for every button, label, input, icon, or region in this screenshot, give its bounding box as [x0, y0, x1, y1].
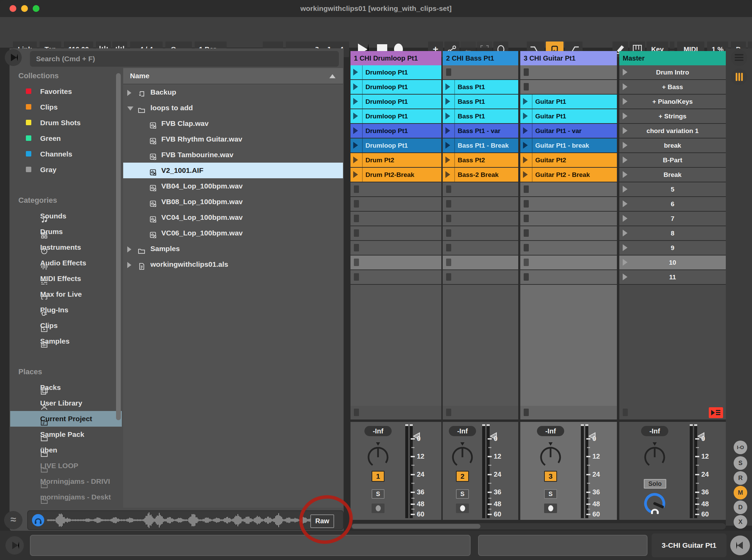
expand-arrow-icon[interactable]	[127, 90, 131, 96]
empty-clip-slot[interactable]	[350, 270, 441, 284]
empty-clip-slot[interactable]	[520, 256, 617, 269]
back-to-arrangement-button[interactable]	[709, 407, 723, 418]
sidebar-item-clips[interactable]: Clips	[10, 318, 122, 333]
clip-play-icon[interactable]	[523, 171, 528, 178]
clip-slot[interactable]: Bass Pt1	[443, 109, 518, 123]
clip-slot[interactable]: Guitar Pt2 - Break	[520, 168, 617, 182]
clip-stop-icon[interactable]	[354, 259, 359, 266]
sidebar-item-morningjams-deskt[interactable]: morningjams - Deskt	[10, 489, 122, 505]
sidebar-item-current-project[interactable]: Current Project	[10, 411, 122, 427]
empty-clip-slot[interactable]	[443, 270, 518, 284]
empty-clip-slot[interactable]	[520, 212, 617, 226]
collapse-arrow-icon[interactable]	[127, 106, 133, 111]
scene-slot[interactable]: chord variation 1	[619, 124, 726, 138]
clip-stop-icon[interactable]	[354, 200, 359, 208]
track-activator-button[interactable]: 2	[456, 471, 469, 482]
clip-slot[interactable]: Bass Pt1 - var	[443, 124, 518, 138]
clip-stop-icon[interactable]	[524, 229, 529, 237]
clip-stop-icon[interactable]	[524, 68, 529, 76]
clip-stop-icon[interactable]	[354, 229, 359, 237]
clip-slot[interactable]: Guitar Pt2	[520, 153, 617, 167]
clip-slot[interactable]: Drum Pt2	[350, 153, 441, 167]
clip-stop-icon[interactable]	[524, 215, 529, 222]
file-row[interactable]: V2_1001.AIF	[123, 163, 343, 178]
clip-slot[interactable]: Guitar Pt1	[520, 95, 617, 109]
scene-play-icon[interactable]	[623, 157, 627, 163]
stop-all-clips-icon[interactable]	[354, 409, 359, 416]
mixer-section-toggle-s[interactable]: S	[734, 456, 747, 470]
sidebar-scrollbar[interactable]	[116, 73, 121, 420]
clip-stop-icon[interactable]	[354, 215, 359, 222]
clip-play-icon[interactable]	[445, 157, 450, 163]
clip-play-icon[interactable]	[353, 171, 358, 178]
track-header[interactable]: 3 CHI Guitar Pt1	[520, 51, 617, 65]
scene-play-icon[interactable]	[623, 259, 627, 266]
sidebar-item-sounds[interactable]: Sounds	[10, 208, 122, 224]
sidebar-item-user-library[interactable]: User Library	[10, 395, 122, 411]
pan-knob[interactable]	[536, 440, 565, 471]
empty-clip-slot[interactable]	[520, 197, 617, 211]
scene-slot[interactable]: 5	[619, 182, 726, 196]
solo-button[interactable]: S	[372, 489, 385, 499]
track-header[interactable]: 1 CHI Drumloop Pt1	[350, 51, 441, 65]
mixer-section-toggle-m[interactable]: M	[734, 486, 747, 499]
search-input[interactable]	[30, 51, 339, 67]
pan-knob[interactable]	[364, 440, 392, 471]
scene-slot[interactable]: 10	[619, 256, 726, 269]
solo-button[interactable]: S	[544, 489, 557, 499]
clip-slot[interactable]: Drumloop Pt1	[350, 80, 441, 94]
stop-all-clips-icon[interactable]	[446, 409, 451, 416]
scene-play-icon[interactable]	[623, 186, 627, 193]
clip-play-icon[interactable]	[353, 98, 358, 105]
scene-overview-menu-icon[interactable]	[731, 50, 747, 66]
file-row[interactable]: VB08_Lop_100bpm.wav	[123, 194, 343, 210]
clip-slot[interactable]: Guitar Pt1 - break	[520, 138, 617, 152]
solo-button[interactable]: S	[456, 489, 469, 499]
file-row[interactable]: loops to add	[123, 100, 343, 116]
scene-play-icon[interactable]	[623, 113, 627, 119]
empty-clip-slot[interactable]	[520, 270, 617, 284]
scene-slot[interactable]: break	[619, 138, 726, 152]
clip-stop-icon[interactable]	[354, 244, 359, 251]
empty-clip-slot[interactable]	[350, 256, 441, 269]
session-horizontal-scrollbar[interactable]	[350, 523, 726, 529]
scene-play-icon[interactable]	[623, 215, 627, 222]
scene-play-icon[interactable]	[623, 69, 627, 76]
clip-slot[interactable]: Bass Pt1	[443, 95, 518, 109]
scene-slot[interactable]: + Strings	[619, 109, 726, 123]
mixer-section-toggle-d[interactable]: D	[734, 500, 747, 514]
file-row[interactable]: VC04_Lop_100bpm.wav	[123, 210, 343, 225]
sidebar-item-channels[interactable]: Channels	[10, 146, 122, 162]
clip-stop-icon[interactable]	[524, 200, 529, 208]
scene-play-icon[interactable]	[623, 274, 627, 280]
clip-play-icon[interactable]	[353, 127, 358, 134]
empty-clip-slot[interactable]	[350, 182, 441, 196]
empty-clip-slot[interactable]	[520, 241, 617, 255]
scene-play-icon[interactable]	[623, 230, 627, 236]
sidebar-item-loops[interactable]: loops	[10, 505, 122, 509]
clip-slot[interactable]: Drum Pt2-Break	[350, 168, 441, 182]
clip-play-icon[interactable]	[353, 113, 358, 119]
clip-play-icon[interactable]	[523, 113, 528, 119]
clip-slot[interactable]: Bass Pt2	[443, 153, 518, 167]
file-row[interactable]: Samples	[123, 241, 343, 257]
scene-slot[interactable]: 9	[619, 241, 726, 255]
clip-play-icon[interactable]	[353, 142, 358, 149]
clip-slot[interactable]: Drumloop Pt1	[350, 65, 441, 79]
expand-arrow-icon[interactable]	[127, 246, 131, 252]
cue-volume-knob[interactable]	[642, 491, 668, 518]
scene-play-icon[interactable]	[623, 98, 627, 105]
clip-slot[interactable]: Bass Pt1	[443, 80, 518, 94]
clip-play-icon[interactable]	[445, 113, 450, 119]
clip-slot[interactable]: Bass-2 Break	[443, 168, 518, 182]
mixer-section-toggle-x[interactable]: X	[734, 515, 747, 529]
pan-knob[interactable]	[448, 440, 477, 471]
status-play-icon[interactable]	[5, 536, 24, 555]
empty-clip-slot[interactable]	[350, 241, 441, 255]
scene-play-icon[interactable]	[623, 171, 627, 178]
scene-play-icon[interactable]	[623, 83, 627, 90]
scene-slot[interactable]: + Piano/Keys	[619, 95, 726, 109]
file-row[interactable]: FVB Rhythm Guitar.wav	[123, 131, 343, 147]
scrollbar-thumb[interactable]	[352, 524, 480, 529]
clip-slot[interactable]: Guitar Pt1 - var	[520, 124, 617, 138]
